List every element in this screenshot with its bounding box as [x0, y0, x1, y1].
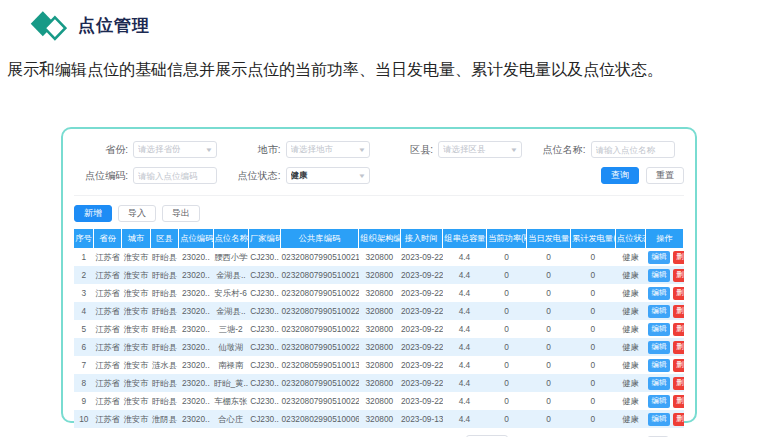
edit-button[interactable]: 编辑: [648, 323, 670, 336]
table-cell: 023208079905100225: [280, 392, 358, 410]
chevron-down-icon: ▼: [510, 147, 518, 153]
table-header-row: 序号省份城市区县点位编码点位名称厂家编码公共库编码组织架构编码接入时间组串总容量…: [74, 229, 684, 248]
point-management-panel: 省份: 请选择省份 ▼ 地市: 请选择地市 ▼ 区县: 请选择区县 ▼ 点位名称…: [61, 127, 697, 423]
column-header: 省份: [94, 229, 122, 248]
table-row: 7江苏省淮安市涟水县23020..南禄南CJ230..0232080599051…: [74, 356, 684, 374]
table-cell: 2023-09-22: [400, 338, 443, 356]
city-select[interactable]: 请选择地市 ▼: [286, 141, 370, 158]
table-cell: 2023-09-22: [400, 392, 443, 410]
filter-point-name: 点位名称:: [532, 141, 685, 158]
chevron-down-icon: ▼: [357, 173, 365, 179]
table-cell: 健康: [615, 374, 645, 392]
table-cell: 涟水县: [150, 356, 178, 374]
table-cell: 4.4: [443, 356, 487, 374]
delete-button[interactable]: 删除: [673, 413, 684, 426]
table-cell: 320800: [359, 320, 400, 338]
table-cell: 腰西小学: [213, 248, 249, 266]
edit-button[interactable]: 编辑: [648, 413, 670, 426]
chevron-down-icon: ▼: [205, 147, 213, 153]
double-diamond-icon: [29, 9, 67, 42]
edit-button[interactable]: 编辑: [648, 377, 670, 390]
point-status-select[interactable]: 健康 ▼: [286, 167, 370, 184]
table-cell: 江苏省: [94, 374, 122, 392]
export-button[interactable]: 导出: [162, 205, 200, 222]
table-cell: 淮安市: [122, 392, 150, 410]
table-cell: 盱眙县: [150, 266, 178, 284]
table-row: 1江苏省淮安市盱眙县23020..腰西小学CJ230..023208079905…: [74, 248, 684, 266]
table-cell: CJ230..: [249, 338, 281, 356]
edit-button[interactable]: 编辑: [648, 269, 670, 282]
edit-button[interactable]: 编辑: [648, 251, 670, 264]
row-actions-cell: 编辑删除: [646, 374, 684, 392]
point-status-value: 健康: [291, 170, 359, 182]
delete-button[interactable]: 删除: [673, 305, 684, 318]
table-cell: 2023-09-22: [400, 374, 443, 392]
table-cell: 23020..: [179, 374, 213, 392]
point-status-label: 点位状态:: [227, 169, 281, 183]
search-button[interactable]: 查询: [601, 167, 639, 184]
province-label: 省份:: [74, 143, 128, 157]
filter-bar: 省份: 请选择省份 ▼ 地市: 请选择地市 ▼ 区县: 请选择区县 ▼ 点位名称…: [74, 141, 684, 184]
edit-button[interactable]: 编辑: [648, 287, 670, 300]
table-cell: 0: [527, 266, 571, 284]
table-cell: 淮安市: [122, 284, 150, 302]
province-select[interactable]: 请选择省份 ▼: [133, 141, 217, 158]
table-cell: 0: [527, 284, 571, 302]
table-cell: 合心庄: [213, 410, 249, 428]
table-cell: 盱眙县: [150, 374, 178, 392]
table-cell: 320800: [359, 392, 400, 410]
table-cell: 淮安市: [122, 302, 150, 320]
import-button[interactable]: 导入: [118, 205, 156, 222]
table-cell: 2023-09-13: [400, 410, 443, 428]
edit-button[interactable]: 编辑: [648, 359, 670, 372]
table-cell: 3: [74, 284, 94, 302]
table-cell: 淮安市: [122, 266, 150, 284]
table-cell: 车棚东张: [213, 392, 249, 410]
delete-button[interactable]: 删除: [673, 377, 684, 390]
point-name-input[interactable]: [596, 145, 670, 155]
point-code-label: 点位编码:: [74, 169, 128, 183]
delete-button[interactable]: 删除: [673, 269, 684, 282]
table-cell: 2023-09-22: [400, 320, 443, 338]
table-cell: 023208079905100224: [280, 374, 358, 392]
add-button[interactable]: 新增: [74, 205, 112, 222]
edit-button[interactable]: 编辑: [648, 395, 670, 408]
table-cell: 023208079905100219: [280, 266, 358, 284]
table-cell: 23020..: [179, 284, 213, 302]
district-select[interactable]: 请选择区县 ▼: [438, 141, 522, 158]
points-table: 序号省份城市区县点位编码点位名称厂家编码公共库编码组织架构编码接入时间组串总容量…: [74, 229, 684, 428]
city-label: 地市:: [227, 143, 281, 157]
delete-button[interactable]: 删除: [673, 323, 684, 336]
reset-button[interactable]: 重置: [646, 167, 684, 184]
table-cell: 2: [74, 266, 94, 284]
table-cell: 健康: [615, 284, 645, 302]
table-body: 1江苏省淮安市盱眙县23020..腰西小学CJ230..023208079905…: [74, 248, 684, 428]
table-cell: 淮安市: [122, 356, 150, 374]
column-header: 操作: [646, 229, 684, 248]
table-cell: 023208079905100223: [280, 338, 358, 356]
table-cell: 23020..: [179, 356, 213, 374]
delete-button[interactable]: 删除: [673, 341, 684, 354]
column-header: 累计发电量(度): [570, 229, 615, 248]
table-cell: 盱眙_黄..: [213, 374, 249, 392]
table-cell: 健康: [615, 302, 645, 320]
table-cell: 0: [486, 266, 526, 284]
table-cell: 0: [486, 392, 526, 410]
column-header: 点位状态: [615, 229, 645, 248]
table-cell: 320800: [359, 302, 400, 320]
table-cell: 0: [570, 248, 615, 266]
edit-button[interactable]: 编辑: [648, 341, 670, 354]
edit-button[interactable]: 编辑: [648, 305, 670, 318]
delete-button[interactable]: 删除: [673, 251, 684, 264]
table-cell: CJ230..: [249, 410, 281, 428]
delete-button[interactable]: 删除: [673, 287, 684, 300]
table-cell: 23020..: [179, 392, 213, 410]
delete-button[interactable]: 删除: [673, 395, 684, 408]
table-cell: 健康: [615, 248, 645, 266]
delete-button[interactable]: 删除: [673, 359, 684, 372]
table-cell: 23020..: [179, 320, 213, 338]
table-cell: 三塘-2: [213, 320, 249, 338]
table-cell: CJ230..: [249, 320, 281, 338]
point-code-input[interactable]: [138, 171, 212, 181]
table-section: 新增 导入 导出 序号省份城市区县点位编码点位名称厂家编码公共库编码组织架构编码…: [74, 195, 684, 437]
